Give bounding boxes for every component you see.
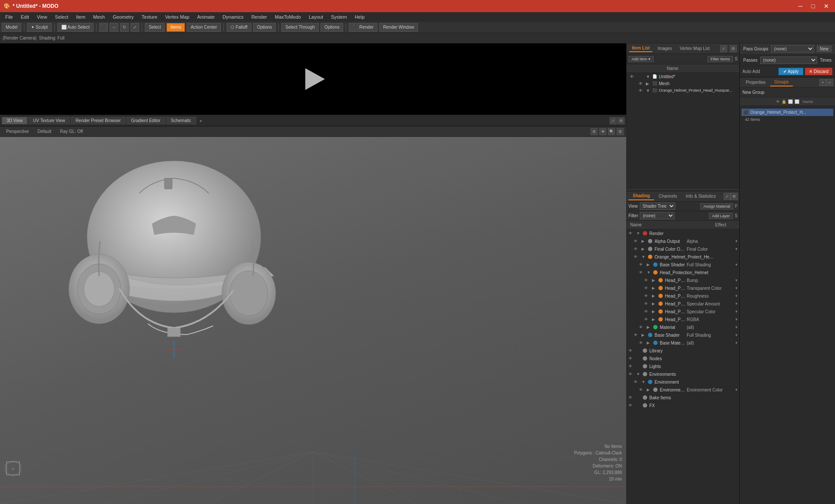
shader-eye-11[interactable]: 👁	[644, 317, 651, 322]
close-btn[interactable]: ✕	[821, 2, 832, 10]
shader-eye-15[interactable]: 👁	[628, 348, 635, 353]
info-stats-tab[interactable]: Info & Statistics	[681, 192, 720, 200]
menu-help[interactable]: Help	[351, 13, 368, 20]
groups-tab[interactable]: Groups	[770, 78, 793, 86]
shading-settings-icon[interactable]: ⚙	[731, 193, 738, 200]
shader-chevron-7[interactable]: ▾	[735, 286, 738, 290]
shader-eye-21[interactable]: 👁	[628, 395, 635, 400]
shader-arrow-7[interactable]: ▶	[652, 286, 656, 290]
eye-icon[interactable]: 👁	[628, 74, 635, 79]
shader-row-7[interactable]: 👁▶Head_Protection_Helm ...Transparent Co…	[627, 284, 739, 292]
menu-edit[interactable]: Edit	[17, 13, 33, 20]
groups-item-helmet[interactable]: ⬛ Orange_Helmet_Protect_H...	[741, 109, 833, 116]
shader-row-18[interactable]: 👁▼Environments	[627, 370, 739, 378]
shader-arrow-14[interactable]: ▶	[647, 341, 651, 345]
shader-eye-7[interactable]: 👁	[644, 286, 651, 290]
item-list-scrollbar[interactable]	[627, 188, 739, 191]
select-btn[interactable]: Select	[145, 23, 165, 32]
transform-icon-4[interactable]: ⤢	[130, 23, 139, 32]
shader-arrow-9[interactable]: ▶	[652, 302, 656, 306]
shader-row-8[interactable]: 👁▶Head_Protection_Helm ...Roughness▾	[627, 292, 739, 300]
shader-row-13[interactable]: 👁▶Base ShaderFull Shading▾	[627, 331, 739, 339]
add-item-btn[interactable]: Add Item ▾	[628, 56, 654, 62]
play-button[interactable]	[300, 66, 326, 92]
shader-eye-0[interactable]: 👁	[628, 231, 635, 235]
shader-row-2[interactable]: 👁▶Final Color OutputFinal Color▾	[627, 245, 739, 253]
shader-chevron-12[interactable]: ▾	[735, 325, 738, 329]
shader-row-0[interactable]: 👁▼Render	[627, 229, 739, 237]
transform-icon-1[interactable]: ⬛	[99, 23, 108, 32]
eye-icon-helmet[interactable]: 👁	[637, 88, 644, 93]
tab-3d-view[interactable]: 3D View	[2, 117, 27, 124]
shader-eye-12[interactable]: 👁	[639, 325, 646, 329]
shader-chevron-9[interactable]: ▾	[735, 302, 738, 306]
shader-arrow-0[interactable]: ▼	[636, 231, 641, 235]
shader-chevron-4[interactable]: ▾	[735, 262, 738, 267]
shader-row-9[interactable]: 👁▶Head_Protection_Helm ...Specular Amoun…	[627, 300, 739, 308]
viewport-icon-3[interactable]: 🔍	[608, 128, 615, 135]
items-btn[interactable]: Items	[167, 23, 185, 32]
viewport-settings-icon[interactable]: ⚙	[618, 117, 625, 124]
shader-chevron-1[interactable]: ▾	[735, 239, 738, 243]
shader-chevron-11[interactable]: ▾	[735, 317, 738, 322]
transform-icon-2[interactable]: ↔	[110, 23, 118, 32]
shader-eye-17[interactable]: 👁	[628, 364, 635, 368]
shader-row-6[interactable]: 👁▶Head_Protection_Helm ...Bump▾	[627, 276, 739, 284]
shader-tree-select[interactable]: Shader Tree	[640, 202, 675, 210]
viewport-icon-4[interactable]: ⚙	[617, 128, 624, 135]
shader-eye-4[interactable]: 👁	[639, 262, 646, 267]
expand-arrow-helmet[interactable]: ▼	[646, 88, 650, 93]
shader-row-1[interactable]: 👁▶Alpha OutputAlpha▾	[627, 237, 739, 245]
sculpt-btn[interactable]: ✦ Sculpt	[27, 23, 52, 32]
shader-row-4[interactable]: 👁▶Base ShaderFull Shading▾	[627, 261, 739, 269]
shader-row-20[interactable]: 👁▶Environment MaterialEnvironment Color▾	[627, 386, 739, 394]
item-list-settings-icon[interactable]: ⚙	[730, 45, 737, 52]
passes-select[interactable]: (none)	[760, 56, 817, 64]
discard-btn[interactable]: ✕ Discard	[805, 68, 832, 75]
shader-chevron-2[interactable]: ▾	[735, 247, 738, 251]
expand-arrow-mesh[interactable]: ▶	[646, 81, 650, 86]
shader-eye-5[interactable]: 👁	[639, 270, 646, 275]
shader-chevron-13[interactable]: ▾	[735, 333, 738, 337]
model-btn[interactable]: Model	[2, 23, 21, 32]
groups-add-icon[interactable]: +	[819, 79, 826, 86]
tree-item-orange-helmet[interactable]: 👁 ▼ ⬛ Orange_Helmet_Protect_Head_Husqvar…	[627, 87, 739, 94]
groups-expand-icon[interactable]: ⤢	[826, 79, 833, 86]
shader-chevron-8[interactable]: ▾	[735, 294, 738, 298]
transform-icon-3[interactable]: ↻	[120, 23, 129, 32]
menu-vertex-map[interactable]: Vertex Map	[162, 13, 193, 20]
tree-item-mesh[interactable]: 👁 ▶ ⬛ Mesh	[627, 80, 739, 87]
shader-arrow-4[interactable]: ▶	[647, 262, 651, 267]
shader-eye-8[interactable]: 👁	[644, 294, 651, 298]
eye-icon-mesh[interactable]: 👁	[637, 81, 644, 86]
falloff-btn[interactable]: ⬡ Falloff	[227, 23, 251, 32]
shader-arrow-1[interactable]: ▶	[641, 239, 646, 243]
shader-arrow-13[interactable]: ▶	[641, 333, 646, 337]
new-btn[interactable]: New	[817, 46, 832, 52]
menu-file[interactable]: File	[2, 13, 17, 20]
tab-uv-texture[interactable]: UV Texture View	[28, 117, 70, 124]
viewport-icon-1[interactable]: ⚙	[591, 128, 598, 135]
shader-arrow-18[interactable]: ▼	[636, 372, 641, 376]
images-tab[interactable]: Images	[655, 45, 675, 52]
viewport-icon-2[interactable]: 👁	[599, 128, 606, 135]
menu-system[interactable]: System	[327, 13, 351, 20]
shader-chevron-10[interactable]: ▾	[735, 309, 738, 314]
menu-animate[interactable]: Animate	[194, 13, 218, 20]
shader-eye-16[interactable]: 👁	[628, 356, 635, 361]
add-tab-btn[interactable]: +	[197, 117, 205, 124]
shader-row-5[interactable]: 👁▼Head_Protection_Helmet	[627, 269, 739, 276]
maximize-btn[interactable]: □	[809, 2, 818, 10]
menu-dynamics[interactable]: Dynamics	[219, 13, 247, 20]
view-perspective[interactable]: Perspective	[3, 129, 31, 134]
shader-eye-9[interactable]: 👁	[644, 302, 651, 306]
menu-render[interactable]: Render	[248, 13, 271, 20]
menu-select[interactable]: Select	[51, 13, 72, 20]
assign-material-btn[interactable]: Assign Material	[700, 203, 733, 209]
channels-tab[interactable]: Channels	[654, 192, 681, 200]
pass-groups-select[interactable]: (none)	[771, 45, 814, 53]
viewport-canvas[interactable]: No Items Polygons : Catmull-Clark Channe…	[0, 137, 626, 504]
tab-gradient-editor[interactable]: Gradient Editor	[127, 117, 165, 124]
shader-eye-10[interactable]: 👁	[644, 309, 651, 314]
shader-eye-14[interactable]: 👁	[639, 341, 646, 345]
